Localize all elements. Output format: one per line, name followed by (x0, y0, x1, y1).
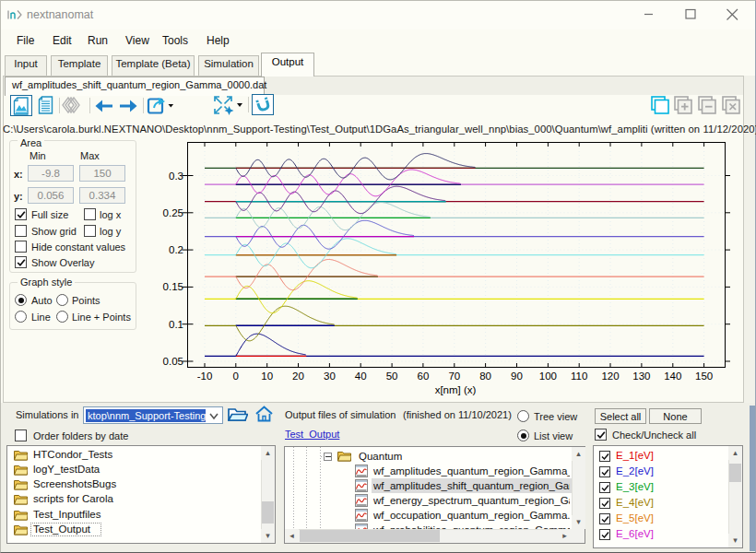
svg-text:70: 70 (448, 371, 460, 382)
svg-text:120: 120 (601, 371, 619, 382)
svg-text:40: 40 (355, 371, 367, 382)
svg-text:50: 50 (386, 371, 398, 382)
svg-text:0.15: 0.15 (163, 281, 183, 292)
svg-text:0.25: 0.25 (163, 207, 183, 218)
svg-text:20: 20 (292, 371, 304, 382)
svg-text:140: 140 (664, 371, 681, 382)
svg-text:130: 130 (632, 371, 650, 382)
svg-text:30: 30 (324, 371, 336, 382)
svg-text:0.2: 0.2 (169, 244, 183, 255)
svg-text:0.3: 0.3 (169, 171, 183, 182)
svg-text:10: 10 (261, 371, 273, 382)
svg-text:90: 90 (511, 371, 523, 382)
svg-text:150: 150 (695, 371, 713, 382)
svg-text:0.1: 0.1 (169, 319, 183, 330)
svg-text:100: 100 (539, 371, 557, 382)
svg-text:0: 0 (233, 371, 239, 382)
svg-text:x[nm] (x): x[nm] (x) (435, 384, 477, 395)
svg-text:60: 60 (418, 371, 430, 382)
svg-text:80: 80 (479, 371, 491, 382)
svg-text:0.05: 0.05 (163, 356, 183, 367)
svg-text:110: 110 (571, 371, 587, 382)
svg-text:-10: -10 (197, 371, 213, 382)
